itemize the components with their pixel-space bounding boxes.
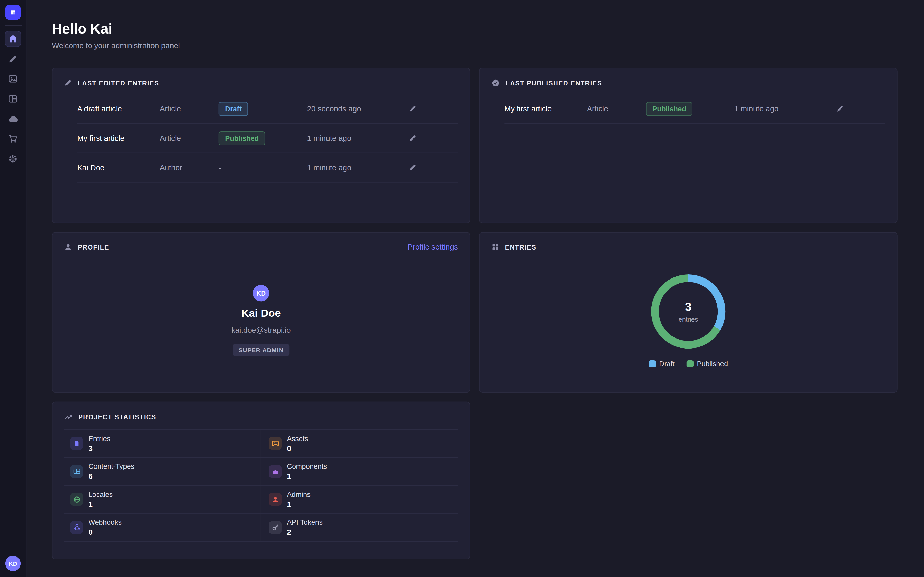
stat-value: 0 bbox=[88, 528, 122, 537]
last-published-card: LAST PUBLISHED ENTRIES My first article … bbox=[479, 68, 898, 223]
published-swatch bbox=[687, 360, 693, 367]
entry-updated: 1 minute ago bbox=[307, 134, 404, 142]
entries-title: ENTRIES bbox=[505, 243, 536, 251]
stat-label: Content-Types bbox=[88, 463, 134, 471]
image-icon bbox=[269, 437, 282, 450]
cart-icon bbox=[8, 134, 18, 143]
stat-value: 0 bbox=[287, 444, 308, 453]
user-icon bbox=[269, 493, 282, 506]
profile-card: PROFILE Profile settings KD Kai Doe kai.… bbox=[52, 232, 470, 393]
pencil-icon bbox=[409, 164, 416, 171]
draft-swatch bbox=[649, 360, 656, 367]
entry-row: A draft article Article Draft 20 seconds… bbox=[77, 94, 458, 124]
entries-count: 3 bbox=[685, 300, 692, 314]
last-published-header: LAST PUBLISHED ENTRIES bbox=[491, 79, 885, 87]
stat-label: Admins bbox=[287, 490, 310, 498]
entry-row: My first article Article Published 1 min… bbox=[77, 124, 458, 153]
sidebar-user-initials: KD bbox=[9, 560, 17, 567]
stat-assets: Assets 0 bbox=[261, 430, 458, 458]
entries-card: ENTRIES 3 entries Draft bbox=[479, 232, 898, 393]
entry-kind: Article bbox=[587, 104, 646, 113]
layout-icon bbox=[8, 94, 18, 103]
layout-icon bbox=[70, 465, 83, 478]
sidebar-item-content-type-builder[interactable] bbox=[5, 91, 21, 107]
stat-components: Components 1 bbox=[261, 458, 458, 486]
stat-locales: Locales 1 bbox=[64, 486, 261, 514]
person-icon bbox=[64, 243, 72, 251]
edit-entry-button[interactable] bbox=[831, 100, 848, 118]
stat-value: 2 bbox=[287, 528, 323, 537]
main-content: Hello Kai Welcome to your administration… bbox=[26, 0, 924, 577]
entry-row: My first article Article Published 1 min… bbox=[504, 94, 885, 124]
trend-icon bbox=[64, 413, 73, 421]
stat-label: API Tokens bbox=[287, 518, 323, 527]
stat-label: Entries bbox=[88, 434, 110, 443]
stat-content-types: Content-Types 6 bbox=[64, 458, 261, 486]
last-edited-title: LAST EDITED ENTRIES bbox=[78, 79, 159, 86]
status-dash: - bbox=[219, 163, 221, 172]
stat-entries: Entries 3 bbox=[64, 430, 261, 458]
profile-email: kai.doe@strapi.io bbox=[231, 326, 291, 334]
stat-label: Components bbox=[287, 463, 327, 471]
pencil-icon bbox=[409, 134, 416, 142]
entry-updated: 20 seconds ago bbox=[307, 104, 404, 113]
strapi-logo[interactable] bbox=[5, 5, 21, 20]
last-published-title: LAST PUBLISHED ENTRIES bbox=[506, 79, 602, 86]
pen-icon bbox=[8, 54, 18, 64]
sidebar-item-media-library[interactable] bbox=[5, 71, 21, 87]
admin-dashboard: KD Hello Kai Welcome to your administrat… bbox=[0, 0, 924, 577]
profile-avatar: KD bbox=[253, 285, 269, 301]
stat-value: 6 bbox=[88, 472, 134, 480]
key-icon bbox=[269, 521, 282, 534]
page-subtitle: Welcome to your administration panel bbox=[52, 41, 898, 50]
entries-count-label: entries bbox=[678, 316, 698, 323]
published-legend-label: Published bbox=[697, 360, 728, 368]
sidebar-item-settings[interactable] bbox=[5, 151, 21, 167]
profile-header: PROFILE Profile settings bbox=[64, 243, 458, 251]
sidebar-item-home[interactable] bbox=[5, 31, 21, 47]
sidebar-user-avatar[interactable]: KD bbox=[5, 556, 21, 571]
profile-body: KD Kai Doe kai.doe@strapi.io SUPER ADMIN bbox=[64, 285, 458, 356]
entry-name: Kai Doe bbox=[77, 163, 160, 172]
entry-status: Published bbox=[646, 102, 734, 116]
sidebar-item-cloud[interactable] bbox=[5, 111, 21, 127]
entry-row: Kai Doe Author - 1 minute ago bbox=[77, 153, 458, 182]
globe-icon bbox=[70, 493, 83, 506]
entry-status: - bbox=[219, 162, 307, 173]
last-edited-table: A draft article Article Draft 20 seconds… bbox=[77, 93, 458, 182]
stat-admins: Admins 1 bbox=[261, 486, 458, 514]
entry-kind: Article bbox=[160, 134, 219, 142]
entries-donut: 3 entries bbox=[651, 274, 725, 348]
home-icon bbox=[8, 34, 18, 44]
edit-entry-button[interactable] bbox=[404, 129, 422, 147]
entries-donut-center: 3 entries bbox=[659, 282, 718, 341]
edit-entry-button[interactable] bbox=[404, 159, 422, 176]
stat-api-tokens: API Tokens 2 bbox=[261, 514, 458, 542]
sidebar-item-content-manager[interactable] bbox=[5, 50, 21, 67]
stat-label: Locales bbox=[88, 490, 113, 498]
entry-name: A draft article bbox=[77, 104, 160, 113]
role-badge: SUPER ADMIN bbox=[233, 344, 289, 356]
last-edited-card: LAST EDITED ENTRIES A draft article Arti… bbox=[52, 68, 470, 223]
sidebar-divider bbox=[4, 26, 21, 26]
file-icon bbox=[70, 437, 83, 450]
edit-entry-button[interactable] bbox=[404, 100, 422, 118]
check-circle-icon bbox=[491, 79, 500, 87]
stat-value: 1 bbox=[88, 500, 113, 509]
page-title: Hello Kai bbox=[52, 21, 898, 37]
entries-header: ENTRIES bbox=[491, 243, 885, 251]
project-statistics-card: PROJECT STATISTICS Entries 3 bbox=[52, 401, 470, 559]
entry-updated: 1 minute ago bbox=[734, 104, 831, 113]
dashboard-grid: LAST EDITED ENTRIES A draft article Arti… bbox=[52, 68, 898, 559]
pencil-icon bbox=[64, 79, 72, 87]
pencil-icon bbox=[836, 105, 844, 113]
profile-settings-link[interactable]: Profile settings bbox=[407, 243, 458, 251]
stat-webhooks: Webhooks 0 bbox=[64, 514, 261, 542]
draft-legend-label: Draft bbox=[659, 360, 675, 368]
status-badge-draft: Draft bbox=[219, 102, 248, 116]
entry-status: Draft bbox=[219, 102, 307, 116]
sidebar-item-marketplace[interactable] bbox=[5, 131, 21, 147]
media-icon bbox=[8, 74, 18, 84]
profile-title: PROFILE bbox=[78, 243, 109, 251]
webhook-icon bbox=[70, 521, 83, 534]
